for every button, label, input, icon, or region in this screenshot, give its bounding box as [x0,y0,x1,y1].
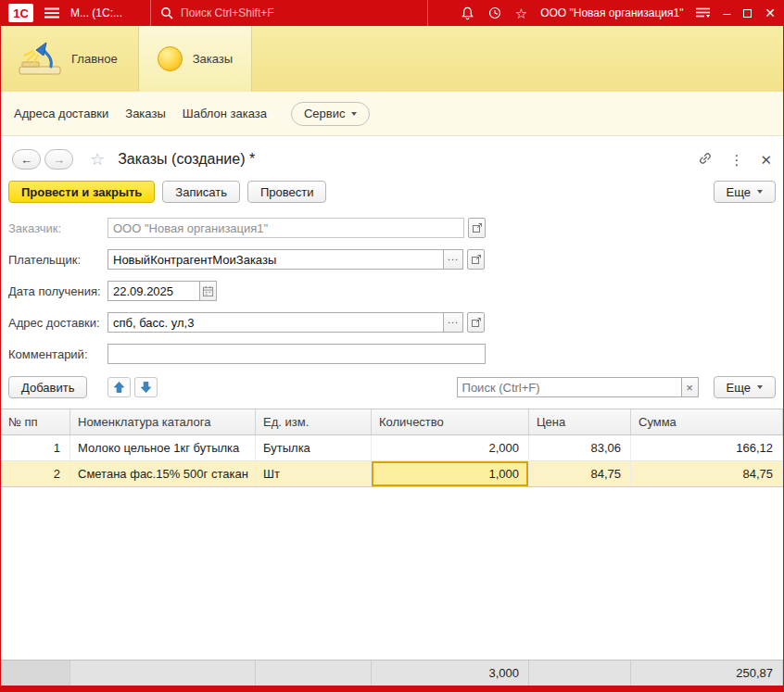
table-row-selected[interactable]: 2 Сметана фас.15% 500г стакан Шт 1,000 8… [1,461,783,487]
clock-history-icon [487,6,502,20]
open-icon [472,222,483,233]
main-menu-button[interactable] [44,7,59,19]
grid-toolbar: Добавить × Еще [1,371,783,403]
form-more-button[interactable]: Еще [714,181,776,203]
sidebar-item-home[interactable]: Главное [10,26,125,92]
notifications-button[interactable] [461,6,474,20]
panel-settings-button[interactable] [696,7,710,19]
grid-search-input[interactable] [457,377,682,397]
star-icon: ☆ [515,6,527,20]
open-customer-button[interactable] [468,218,486,238]
open-icon [471,317,482,328]
arrow-up-icon [113,381,125,394]
post-and-close-label: Провести и закрыть [21,185,142,199]
footer-total-quantity: 3,000 [372,661,529,686]
form-more-menu-button[interactable]: ⋮ [729,153,743,167]
open-address-button[interactable] [467,312,485,333]
forward-button[interactable]: → [44,149,73,170]
address-input[interactable] [107,312,444,333]
minimize-button[interactable]: – [723,6,730,19]
address-choose-button[interactable]: ... [443,312,463,333]
back-button[interactable]: ← [12,149,41,170]
org-name: ООО "Новая организация1" [540,6,683,19]
tab-orders[interactable]: Заказы [138,26,252,92]
comment-input[interactable] [107,344,486,364]
page-title: Заказы (создание) * [118,151,255,168]
clear-icon: × [686,381,693,395]
customer-input[interactable] [107,218,464,238]
window-bottom-edge [1,686,783,692]
desk-lamp-icon [18,39,62,80]
grid-more-label: Еще [727,381,751,395]
cell-quantity-focused[interactable]: 1,000 [372,461,529,486]
get-link-button[interactable] [698,151,713,168]
forward-icon: → [53,153,65,167]
add-row-button[interactable]: Добавить [8,376,87,398]
menu-item-delivery-addresses[interactable]: Адреса доставки [14,107,108,120]
cell-unit[interactable]: Шт [256,461,372,486]
table-totals-row: 3,000 250,87 [1,660,783,686]
cell-sum[interactable]: 84,75 [631,461,783,486]
favorite-toggle[interactable]: ☆ [90,151,105,168]
menu-item-order-template[interactable]: Шаблон заказа [183,107,267,120]
orders-subsystem-icon [158,46,183,71]
open-payer-button[interactable] [467,249,485,270]
grid-more-button[interactable]: Еще [714,376,776,398]
form-fields: Заказчик: Плательщик: ... [1,212,783,370]
calendar-icon [202,285,214,297]
form-area: ← → ☆ Заказы (создание) * ⋮ [1,136,783,686]
write-button[interactable]: Записать [162,181,240,203]
titlebar-search[interactable]: Поиск Ctrl+Shift+F [150,0,428,26]
move-down-button[interactable] [134,377,158,397]
close-form-button[interactable]: ✕ [760,153,772,167]
clear-search-button[interactable]: × [681,377,699,397]
cell-nomenclature[interactable]: Молоко цельное 1кг бутылка [70,435,256,460]
favorites-button[interactable]: ☆ [515,6,527,20]
menu-item-orders[interactable]: Заказы [125,107,165,120]
move-up-button[interactable] [107,377,131,397]
post-button[interactable]: Провести [247,181,327,203]
bell-icon [461,6,474,20]
cell-quantity[interactable]: 2,000 [372,435,529,460]
cell-num[interactable]: 1 [1,435,70,460]
1c-logo[interactable]: 1С [8,4,33,22]
address-field-row: Адрес доставки: ... [1,307,783,338]
service-menu-button[interactable]: Сервис [291,102,371,126]
cell-unit[interactable]: Бутылка [256,435,372,460]
col-header-num: № пп [1,409,70,434]
col-header-nomenclature: Номенклатура каталога [70,409,256,434]
close-icon: ✕ [760,152,772,168]
payer-input[interactable] [107,249,444,270]
maximize-icon [743,9,752,18]
window-title: М... (1С:... [70,6,146,19]
footer-cell [70,661,256,686]
cell-num[interactable]: 2 [1,461,70,486]
date-picker-button[interactable] [199,281,217,301]
cell-price[interactable]: 84,75 [529,461,631,486]
1c-logo-text: 1С [13,6,29,20]
menubar: Адреса доставки Заказы Шаблон заказа Сер… [1,92,783,136]
post-and-close-button[interactable]: Провести и закрыть [8,181,155,203]
kebab-icon: ⋮ [729,152,743,168]
cell-nomenclature[interactable]: Сметана фас.15% 500г стакан [70,461,256,486]
date-label: Дата получения: [8,284,107,298]
add-row-label: Добавить [21,381,74,395]
maximize-button[interactable] [743,9,752,18]
orders-tab-label: Заказы [193,52,233,66]
post-label: Провести [260,185,314,199]
close-icon: ✕ [765,6,776,19]
table-row[interactable]: 1 Молоко цельное 1кг бутылка Бутылка 2,0… [1,435,783,461]
cell-price[interactable]: 83,06 [529,435,631,460]
footer-total-sum: 250,87 [631,661,783,686]
service-menu-label: Сервис [304,107,346,120]
payer-choose-button[interactable]: ... [443,249,463,270]
footer-cell [256,661,372,686]
history-button[interactable] [487,6,502,20]
close-window-button[interactable]: ✕ [765,6,776,19]
customer-label: Заказчик: [8,221,107,235]
link-icon [698,151,713,166]
date-input[interactable] [107,281,200,301]
comment-label: Комментарий: [8,347,107,361]
date-field-row: Дата получения: [1,275,783,307]
cell-sum[interactable]: 166,12 [631,435,783,460]
